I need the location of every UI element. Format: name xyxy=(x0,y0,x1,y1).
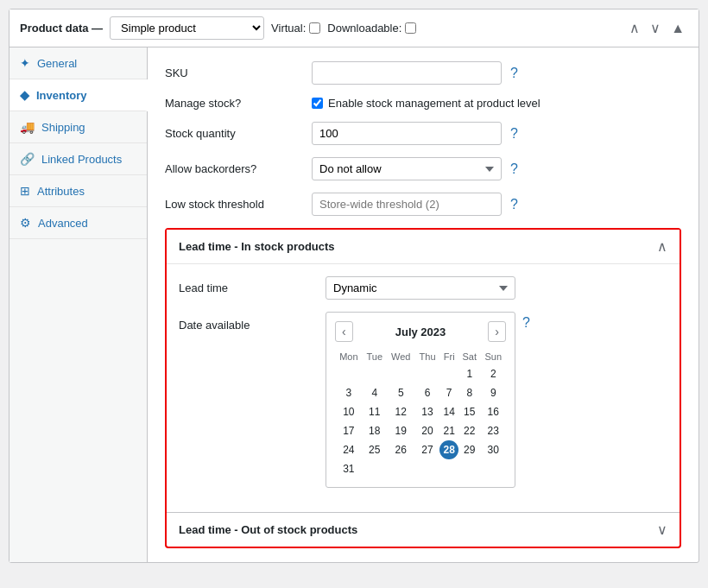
date-available-row: Date available ‹ July 2023 › xyxy=(179,312,667,488)
calendar-prev-button[interactable]: ‹ xyxy=(335,321,353,342)
calendar-day[interactable]: 25 xyxy=(363,440,387,459)
lead-time-in-stock-section: Lead time - In stock products ∧ Lead tim… xyxy=(165,228,681,548)
backorders-help-icon[interactable]: ? xyxy=(510,161,518,177)
calendar-day[interactable]: 12 xyxy=(387,402,415,421)
calendar-day[interactable]: 21 xyxy=(439,421,458,440)
sidebar-item-general[interactable]: ✦ General xyxy=(9,47,147,79)
calendar-day[interactable]: 28 xyxy=(439,440,458,459)
calendar-day[interactable]: 13 xyxy=(415,402,440,421)
calendar-day[interactable]: 23 xyxy=(481,421,506,440)
sku-row: SKU ? xyxy=(165,61,681,85)
lead-time-select[interactable]: Dynamic 1 day 2 days 3 days 1 week xyxy=(326,276,515,300)
cal-header-tue: Tue xyxy=(363,349,387,364)
calendar-day[interactable]: 31 xyxy=(335,459,363,478)
manage-stock-label: Manage stock? xyxy=(165,97,303,110)
expand-full-button[interactable]: ▲ xyxy=(667,18,688,38)
out-of-stock-title: Lead time - Out of stock products xyxy=(179,523,357,536)
calendar-day[interactable]: 19 xyxy=(387,421,415,440)
calendar-day[interactable]: 26 xyxy=(387,440,415,459)
sku-help-icon[interactable]: ? xyxy=(510,66,518,81)
calendar-day[interactable]: 18 xyxy=(363,421,387,440)
manage-stock-row: Manage stock? Enable stock management at… xyxy=(165,97,681,110)
cal-header-mon: Mon xyxy=(335,349,363,364)
sidebar-general-label: General xyxy=(37,57,77,70)
sidebar-inventory-label: Inventory xyxy=(36,89,87,102)
manage-stock-checkbox-row: Enable stock management at product level xyxy=(312,97,540,110)
product-data-panel: Product data — Simple product Variable p… xyxy=(9,9,699,563)
calendar-day[interactable]: 20 xyxy=(415,421,440,440)
calendar-day[interactable]: 7 xyxy=(439,383,458,402)
lead-time-section-body: Lead time Dynamic 1 day 2 days 3 days 1 … xyxy=(167,264,680,512)
calendar-day[interactable]: 4 xyxy=(363,383,387,402)
low-stock-input[interactable] xyxy=(312,193,502,216)
calendar-day xyxy=(387,459,415,478)
calendar-day[interactable]: 3 xyxy=(335,383,363,402)
main-content: SKU ? Manage stock? Enable stock managem… xyxy=(148,47,699,562)
sidebar-linked-label: Linked Products xyxy=(41,153,122,166)
cal-header-thu: Thu xyxy=(415,349,440,364)
sidebar-item-attributes[interactable]: ⊞ Attributes xyxy=(9,175,147,207)
downloadable-checkbox[interactable] xyxy=(405,22,416,34)
virtual-checkbox[interactable] xyxy=(309,22,320,34)
calendar-day xyxy=(415,364,440,383)
calendar-day xyxy=(363,459,387,478)
calendar-day[interactable]: 11 xyxy=(363,402,387,421)
calendar-day[interactable]: 9 xyxy=(481,383,506,402)
backorders-label: Allow backorders? xyxy=(165,162,303,175)
low-stock-help-icon[interactable]: ? xyxy=(510,197,518,212)
virtual-label[interactable]: Virtual: xyxy=(271,22,320,35)
calendar-day xyxy=(387,364,415,383)
calendar-day xyxy=(335,364,363,383)
manage-stock-checkbox[interactable] xyxy=(312,98,323,109)
date-available-help-icon[interactable]: ? xyxy=(522,315,530,331)
sidebar-item-advanced[interactable]: ⚙ Advanced xyxy=(9,207,147,239)
out-of-stock-expand-button[interactable]: ∨ xyxy=(657,522,667,538)
backorders-select[interactable]: Do not allow Allow Allow, but notify cus… xyxy=(312,157,502,180)
lead-time-collapse-button[interactable]: ∧ xyxy=(657,238,667,255)
calendar-day[interactable]: 24 xyxy=(335,440,363,459)
downloadable-label[interactable]: Downloadable: xyxy=(327,22,416,35)
calendar-next-button[interactable]: › xyxy=(488,321,506,342)
stock-quantity-label: Stock quantity xyxy=(165,127,303,140)
sidebar-item-shipping[interactable]: 🚚 Shipping xyxy=(9,111,147,143)
sidebar-advanced-label: Advanced xyxy=(38,217,88,230)
cal-header-sat: Sat xyxy=(458,349,481,364)
calendar-day[interactable]: 2 xyxy=(481,364,506,383)
product-type-select[interactable]: Simple product Variable product Grouped … xyxy=(110,16,264,40)
low-stock-row: Low stock threshold ? xyxy=(165,193,681,216)
calendar: ‹ July 2023 › Mon Tue We xyxy=(326,312,515,488)
sidebar-item-linked-products[interactable]: 🔗 Linked Products xyxy=(9,143,147,175)
general-icon: ✦ xyxy=(20,56,30,70)
expand-up-button[interactable]: ∧ xyxy=(626,18,643,38)
stock-quantity-help-icon[interactable]: ? xyxy=(510,126,518,142)
date-available-label: Date available xyxy=(179,319,317,332)
calendar-day[interactable]: 30 xyxy=(481,440,506,459)
lead-time-row: Lead time Dynamic 1 day 2 days 3 days 1 … xyxy=(179,276,667,300)
calendar-day[interactable]: 16 xyxy=(481,402,506,421)
stock-quantity-input[interactable] xyxy=(312,122,502,145)
calendar-day[interactable]: 14 xyxy=(439,402,458,421)
sidebar-shipping-label: Shipping xyxy=(41,121,85,134)
calendar-day[interactable]: 6 xyxy=(415,383,440,402)
calendar-grid: Mon Tue Wed Thu Fri Sat Sun xyxy=(335,349,506,478)
lead-time-title: Lead time - In stock products xyxy=(179,240,335,253)
expand-down-button[interactable]: ∨ xyxy=(647,18,664,38)
date-available-wrapper: ‹ July 2023 › Mon Tue We xyxy=(326,312,530,488)
calendar-day[interactable]: 22 xyxy=(458,421,481,440)
sku-label: SKU xyxy=(165,66,303,79)
calendar-day[interactable]: 10 xyxy=(335,402,363,421)
out-of-stock-section[interactable]: Lead time - Out of stock products ∨ xyxy=(167,512,680,547)
calendar-day[interactable]: 15 xyxy=(458,402,481,421)
sku-input[interactable] xyxy=(312,61,502,85)
calendar-day[interactable]: 8 xyxy=(458,383,481,402)
backorders-row: Allow backorders? Do not allow Allow All… xyxy=(165,157,681,180)
calendar-day xyxy=(481,459,506,478)
sidebar-item-inventory[interactable]: ◆ Inventory xyxy=(9,79,148,111)
manage-stock-checkbox-label: Enable stock management at product level xyxy=(328,97,540,110)
calendar-day[interactable]: 27 xyxy=(415,440,440,459)
calendar-day[interactable]: 17 xyxy=(335,421,363,440)
calendar-day[interactable]: 29 xyxy=(458,440,481,459)
calendar-day[interactable]: 1 xyxy=(458,364,481,383)
calendar-day[interactable]: 5 xyxy=(387,383,415,402)
calendar-day xyxy=(363,364,387,383)
